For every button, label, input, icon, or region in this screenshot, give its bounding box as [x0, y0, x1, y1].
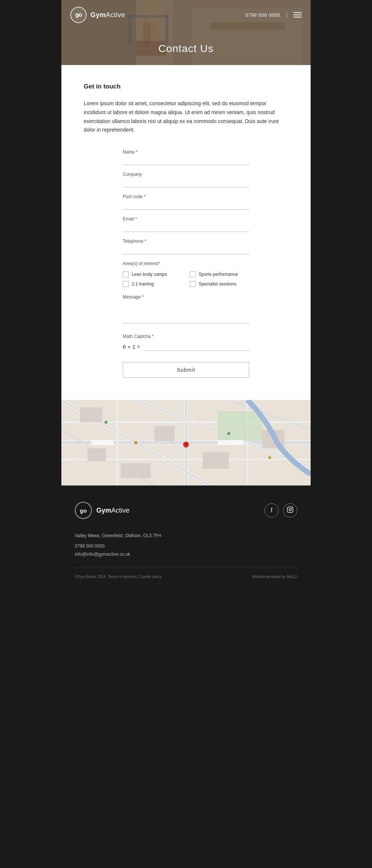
footer-contact-info: 0798 000 0000 info@info@gymactive.co.uk — [75, 542, 297, 558]
main-content: Get in touch Lorem ipsum dolor sit amet,… — [61, 65, 311, 400]
telephone-label: Telephone * — [123, 239, 249, 244]
message-input[interactable] — [123, 301, 249, 323]
company-label: Company — [123, 172, 249, 177]
footer-legal: ©Gym Active 2024. Terms of services | Co… — [75, 575, 162, 579]
footer-template-credit: Website template by MALO — [252, 575, 297, 579]
footer-top: go GymActive f — [75, 502, 297, 519]
message-field: Message * — [123, 294, 249, 325]
footer-social: f — [264, 503, 297, 517]
section-heading: Get in touch — [84, 83, 288, 90]
footer-phone: 0798 000 0000 — [75, 542, 297, 551]
footer: go GymActive f — [61, 485, 311, 589]
captcha-section: Math Captcha * 6 + 1 = — [123, 334, 249, 351]
instagram-icon — [287, 506, 294, 514]
header-title-area: Contact Us — [61, 43, 311, 65]
postcode-field: Post code * — [123, 194, 249, 210]
footer-go-text: go — [80, 507, 87, 514]
footer-address-block: Valley Mews, Greenfield, Oldham, OL3 7FH… — [75, 532, 297, 558]
specialist-label: Specialist sessions — [199, 281, 236, 287]
map-container — [61, 400, 311, 485]
svg-rect-27 — [218, 411, 262, 441]
footer-email: info@info@gymactive.co.uk — [75, 551, 297, 559]
svg-rect-39 — [91, 440, 113, 445]
checkbox-sports-perf: Sports performance — [190, 271, 249, 277]
company-input[interactable] — [123, 178, 249, 187]
email-label: Email * — [123, 216, 249, 222]
checkbox-1to1: 1:1 training — [123, 281, 182, 287]
captcha-row: 6 + 1 = — [123, 342, 249, 351]
map-section — [61, 400, 311, 485]
captcha-equation: 6 + 1 = — [123, 343, 140, 350]
checkbox-lean-body: Lean body camps — [123, 271, 182, 277]
lean-body-label: Lean body camps — [132, 272, 167, 277]
company-field: Company — [123, 172, 249, 187]
header-divider: | — [286, 12, 288, 18]
submit-button[interactable]: Submit — [123, 362, 249, 378]
svg-point-38 — [268, 456, 271, 459]
telephone-field: Telephone * — [123, 239, 249, 254]
footer-logo-icon: go — [75, 502, 92, 519]
svg-point-43 — [291, 508, 292, 509]
svg-point-37 — [105, 421, 108, 424]
name-field: Name * — [123, 149, 249, 165]
page-title: Contact Us — [158, 43, 214, 55]
postcode-label: Post code * — [123, 194, 249, 199]
message-label: Message * — [123, 294, 249, 300]
page-wrapper: go GymActive 0798 000 0000 | Contact Us — [61, 0, 311, 589]
sports-perf-checkbox[interactable] — [190, 271, 196, 277]
areas-label: Area(s) of interest* — [123, 261, 249, 266]
svg-rect-41 — [288, 507, 293, 513]
footer-bottom: ©Gym Active 2024. Terms of services | Co… — [75, 568, 297, 579]
header-phone: 0798 000 0000 — [246, 12, 280, 18]
logo-go-text: go — [75, 12, 82, 18]
logo-icon: go — [70, 7, 87, 23]
svg-point-36 — [227, 432, 230, 435]
svg-rect-31 — [203, 452, 229, 469]
facebook-button[interactable]: f — [264, 503, 279, 517]
brand-name: GymActive — [90, 11, 125, 19]
header: go GymActive 0798 000 0000 | Contact Us — [61, 0, 311, 65]
facebook-icon: f — [271, 507, 272, 514]
1to1-label: 1:1 training — [132, 281, 154, 287]
logo-area: go GymActive — [70, 7, 125, 23]
instagram-button[interactable] — [283, 503, 297, 517]
captcha-label: Math Captcha * — [123, 334, 249, 339]
name-label: Name * — [123, 149, 249, 155]
checkbox-specialist: Specialist sessions — [190, 281, 249, 287]
email-field: Email * — [123, 216, 249, 232]
intro-paragraph: Lorem ipsum dolor sit amet, consectetur … — [84, 99, 288, 135]
header-right: 0798 000 0000 | — [246, 12, 302, 18]
svg-rect-40 — [218, 440, 244, 445]
header-nav: go GymActive 0798 000 0000 | — [61, 0, 311, 30]
svg-point-35 — [134, 441, 138, 445]
footer-brand-name: GymActive — [96, 507, 129, 514]
footer-address: Valley Mews, Greenfield, Oldham, OL3 7FH — [75, 532, 297, 539]
svg-point-42 — [289, 509, 291, 511]
contact-form: Name * Company Post code * Email * Telep… — [123, 149, 249, 378]
lean-body-checkbox[interactable] — [123, 271, 129, 277]
svg-rect-29 — [87, 448, 106, 461]
telephone-input[interactable] — [123, 245, 249, 254]
sports-perf-label: Sports performance — [199, 272, 238, 277]
svg-rect-28 — [80, 407, 102, 422]
svg-rect-30 — [154, 426, 175, 441]
areas-of-interest-section: Area(s) of interest* Lean body camps Spo… — [123, 261, 249, 287]
1to1-checkbox[interactable] — [123, 281, 129, 287]
email-input[interactable] — [123, 223, 249, 232]
checkboxes-grid: Lean body camps Sports performance 1:1 t… — [123, 271, 249, 287]
svg-rect-33 — [121, 463, 151, 478]
menu-icon[interactable] — [294, 12, 302, 17]
specialist-checkbox[interactable] — [190, 281, 196, 287]
footer-logo-area: go GymActive — [75, 502, 129, 519]
captcha-input[interactable] — [144, 342, 249, 351]
name-input[interactable] — [123, 156, 249, 165]
postcode-input[interactable] — [123, 201, 249, 210]
